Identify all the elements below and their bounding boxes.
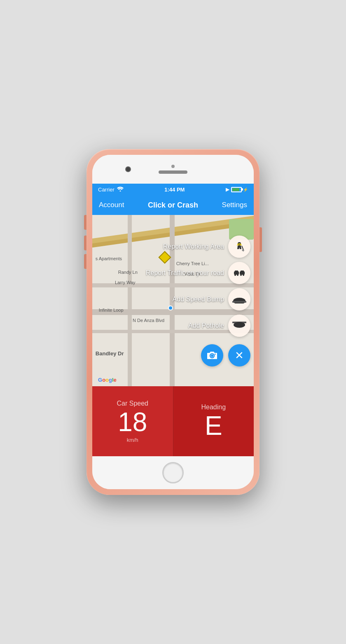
action-row-traffic: Report Traffic on your road bbox=[146, 262, 250, 284]
svg-point-11 bbox=[243, 274, 244, 276]
action-btn-pothole[interactable] bbox=[228, 315, 250, 337]
heading-title: Heading bbox=[201, 404, 226, 411]
speaker-bar bbox=[159, 170, 187, 174]
charging-icon: ⚡ bbox=[243, 187, 248, 192]
speaker-dot bbox=[171, 165, 175, 168]
google-logo: Google bbox=[98, 377, 117, 383]
camera-dot bbox=[125, 166, 131, 172]
svg-point-15 bbox=[234, 322, 245, 328]
map-label-larry: Larry Way bbox=[115, 280, 136, 285]
status-right: ▶ ⚡ bbox=[226, 187, 248, 192]
map-label-bandley: Bandley Dr bbox=[96, 350, 124, 357]
heading-value: E bbox=[205, 413, 222, 439]
svg-rect-9 bbox=[241, 271, 244, 272]
action-row-bump: Add Speed Bump bbox=[173, 288, 250, 310]
heading-panel: Heading E bbox=[173, 386, 254, 456]
svg-point-7 bbox=[237, 274, 238, 276]
action-btn-bump[interactable] bbox=[228, 288, 250, 310]
action-btn-traffic[interactable] bbox=[228, 262, 250, 284]
close-button[interactable]: ✕ bbox=[228, 344, 250, 366]
status-bar: Carrier 1:44 PM ▶ bbox=[92, 184, 254, 195]
screen: Carrier 1:44 PM ▶ bbox=[92, 184, 254, 456]
svg-rect-3 bbox=[242, 249, 244, 252]
battery-fill bbox=[232, 188, 239, 191]
camera-button[interactable] bbox=[201, 344, 223, 366]
map-label-infinite: Infinite Loop bbox=[99, 308, 124, 313]
location-arrow-icon: ▶ bbox=[226, 187, 229, 192]
svg-point-17 bbox=[211, 355, 213, 357]
map-label-randy: Randy Ln bbox=[118, 270, 138, 275]
app-title: Click or Crash bbox=[148, 201, 198, 210]
svg-point-10 bbox=[240, 274, 242, 276]
status-time: 1:44 PM bbox=[164, 187, 185, 193]
action-label-traffic: Report Traffic on your road bbox=[146, 269, 224, 277]
account-button[interactable]: Account bbox=[99, 201, 124, 209]
action-btn-working[interactable] bbox=[228, 236, 250, 258]
wifi-icon bbox=[117, 187, 124, 193]
action-label-pothole: Add Pothole bbox=[188, 322, 224, 329]
phone-inner: Carrier 1:44 PM ▶ bbox=[92, 155, 254, 489]
svg-point-0 bbox=[119, 190, 121, 191]
battery-icon bbox=[231, 187, 242, 192]
battery-indicator: ⚡ bbox=[231, 187, 248, 192]
status-left: Carrier bbox=[98, 187, 124, 193]
svg-rect-5 bbox=[235, 271, 238, 272]
action-row-pothole: Add Pothole bbox=[188, 315, 250, 337]
bottom-bezel bbox=[92, 456, 254, 489]
settings-button[interactable]: Settings bbox=[222, 201, 247, 209]
action-label-bump: Add Speed Bump bbox=[173, 296, 224, 303]
home-button[interactable] bbox=[162, 462, 184, 483]
map-area[interactable]: s Apartments Randy Ln Larry Way Infinite… bbox=[92, 215, 254, 386]
svg-point-6 bbox=[234, 274, 236, 276]
bottom-info-bar: Car Speed 18 km/h Heading E bbox=[92, 386, 254, 456]
action-label-working: Report Working Area bbox=[163, 243, 224, 250]
svg-rect-18 bbox=[215, 354, 216, 355]
carrier-label: Carrier bbox=[98, 187, 115, 193]
action-menu: Report Working Area bbox=[143, 236, 254, 366]
speed-value: 18 bbox=[118, 409, 147, 435]
action-bottom-btns: ✕ bbox=[201, 344, 250, 366]
phone-device: Carrier 1:44 PM ▶ bbox=[86, 149, 260, 495]
map-label-apartments: s Apartments bbox=[96, 256, 122, 261]
road-v1 bbox=[128, 215, 132, 386]
speed-panel: Car Speed 18 km/h bbox=[92, 386, 173, 456]
svg-rect-13 bbox=[232, 301, 246, 303]
speed-unit: km/h bbox=[127, 437, 138, 443]
top-bezel bbox=[92, 155, 254, 184]
action-row-working: Report Working Area bbox=[163, 236, 250, 258]
speed-title: Car Speed bbox=[117, 400, 149, 407]
nav-bar: Account Click or Crash Settings bbox=[92, 195, 254, 215]
